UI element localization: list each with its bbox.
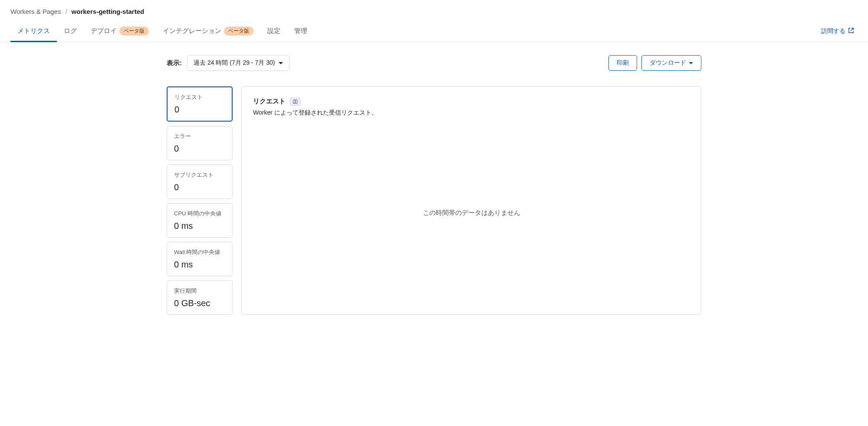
metric-card-value: 0 ms: [174, 221, 225, 231]
metric-card-subrequests[interactable]: サブリクエスト 0: [167, 165, 233, 199]
metric-card-label: サブリクエスト: [174, 171, 225, 179]
metric-card-value: 0: [174, 105, 225, 115]
metric-cards-list: リクエスト 0 エラー 0 サブリクエスト 0 CPU 時間の中央値 0 ms …: [167, 86, 233, 315]
tabs-bar: メトリクス ログ デプロイ ベータ版 インテグレーション ベータ版 設定 管理 …: [0, 20, 868, 42]
chart-body: この時間帯のデータはありません: [253, 122, 690, 304]
metric-card-label: 実行期間: [174, 287, 225, 295]
chart-description: Worker によって登録された受信リクエスト。: [253, 109, 690, 117]
svg-rect-0: [293, 99, 295, 103]
metric-card-label: CPU 時間の中央値: [174, 210, 225, 218]
metric-card-value: 0: [174, 144, 225, 154]
chart-header: リクエスト: [253, 97, 690, 106]
tabs-list: メトリクス ログ デプロイ ベータ版 インテグレーション ベータ版 設定 管理: [10, 20, 314, 42]
metric-card-label: エラー: [174, 132, 225, 140]
metric-card-value: 0 ms: [174, 260, 225, 270]
toolbar-right: 印刷 ダウンロード: [608, 55, 701, 71]
beta-badge: ベータ版: [119, 26, 149, 36]
content-area: 表示: 過去 24 時間 (7月 29 - 7月 30) 印刷 ダウンロード リ…: [156, 42, 712, 328]
date-range-selector[interactable]: 過去 24 時間 (7月 29 - 7月 30): [187, 55, 289, 71]
breadcrumb-separator: /: [65, 8, 67, 15]
metric-card-requests[interactable]: リクエスト 0: [167, 86, 233, 122]
toolbar-left: 表示: 過去 24 時間 (7月 29 - 7月 30): [167, 55, 289, 71]
print-label: 印刷: [617, 59, 629, 67]
tab-label: メトリクス: [17, 27, 50, 35]
tab-label: 設定: [267, 27, 280, 35]
date-range-value: 過去 24 時間 (7月 29 - 7月 30): [194, 59, 275, 67]
chart-title: リクエスト: [253, 97, 286, 106]
metric-card-value: 0: [174, 182, 225, 192]
external-link-icon: [848, 27, 854, 35]
breadcrumb-current: workers-getting-started: [72, 8, 145, 15]
metric-card-errors[interactable]: エラー 0: [167, 126, 233, 160]
metric-card-duration[interactable]: 実行期間 0 GB-sec: [167, 281, 233, 315]
metric-card-label: Wall 時間の中央値: [174, 248, 225, 256]
tab-deploy[interactable]: デプロイ ベータ版: [84, 20, 156, 42]
metric-card-wall-time[interactable]: Wall 時間の中央値 0 ms: [167, 242, 233, 276]
chevron-down-icon: [279, 62, 283, 64]
print-button[interactable]: 印刷: [608, 55, 637, 71]
tab-logs[interactable]: ログ: [57, 20, 84, 42]
tab-label: デプロイ: [91, 27, 117, 35]
metric-card-cpu-time[interactable]: CPU 時間の中央値 0 ms: [167, 203, 233, 238]
toolbar: 表示: 過去 24 時間 (7月 29 - 7月 30) 印刷 ダウンロード: [167, 55, 701, 71]
beta-badge: ベータ版: [224, 26, 253, 36]
tab-label: 管理: [294, 27, 307, 35]
tab-label: インテグレーション: [163, 27, 221, 35]
tab-metrics[interactable]: メトリクス: [10, 20, 57, 42]
tab-settings[interactable]: 設定: [260, 20, 287, 42]
tab-manage[interactable]: 管理: [287, 20, 314, 42]
metric-card-value: 0 GB-sec: [174, 298, 225, 308]
chart-empty-message: この時間帯のデータはありません: [423, 209, 520, 217]
metric-card-label: リクエスト: [174, 93, 225, 101]
chevron-down-icon: [689, 62, 693, 64]
visit-button[interactable]: 訪問する: [821, 27, 858, 35]
svg-rect-1: [296, 99, 297, 103]
download-button[interactable]: ダウンロード: [641, 55, 701, 71]
download-label: ダウンロード: [650, 59, 686, 67]
chart-panel: リクエスト Worker によって登録された受信リクエスト。 この時間帯のデータ…: [241, 86, 701, 315]
breadcrumb: Workers & Pages / workers-getting-starte…: [0, 0, 868, 20]
tab-label: ログ: [64, 27, 77, 35]
metrics-area: リクエスト 0 エラー 0 サブリクエスト 0 CPU 時間の中央値 0 ms …: [167, 86, 701, 315]
chart-info-icon[interactable]: [290, 98, 300, 106]
tab-integration[interactable]: インテグレーション ベータ版: [156, 20, 260, 42]
breadcrumb-parent-link[interactable]: Workers & Pages: [10, 8, 61, 15]
visit-label: 訪問する: [821, 27, 845, 35]
view-label: 表示:: [167, 59, 182, 67]
